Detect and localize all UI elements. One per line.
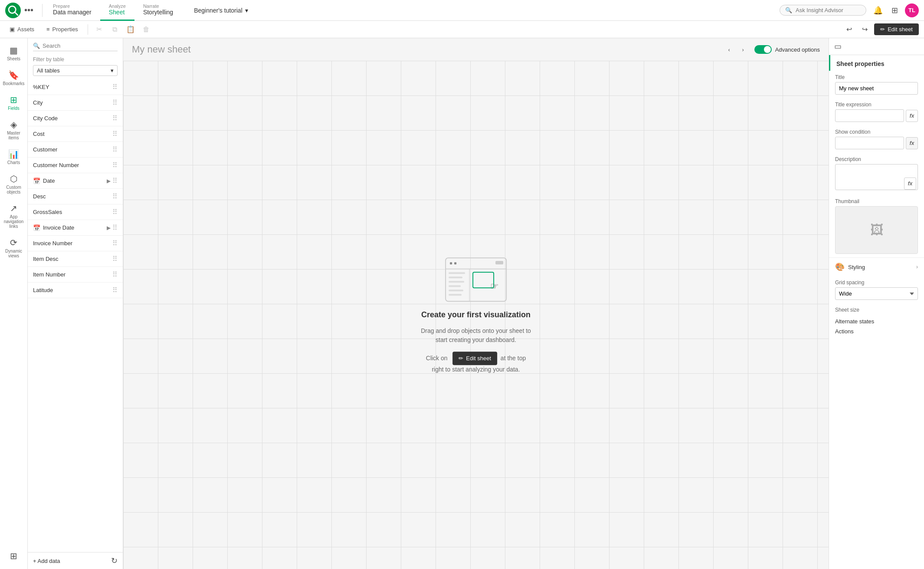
- svg-rect-12: [449, 285, 461, 287]
- styling-row[interactable]: 🎨 Styling ›: [829, 257, 924, 276]
- expand-icon[interactable]: ▶: [107, 225, 111, 231]
- field-item[interactable]: 📅 Date ▶ ⠿: [28, 173, 123, 189]
- drag-handle-icon[interactable]: ⠿: [112, 286, 118, 294]
- placeholder-line3: Click on: [426, 355, 448, 362]
- sidebar-item-dynamic-views[interactable]: ⟳ Dynamic views: [2, 234, 26, 262]
- chevron-right-icon: ›: [916, 264, 918, 270]
- field-item[interactable]: Desc ⠿: [28, 189, 123, 204]
- undo-button[interactable]: ↩: [843, 23, 855, 36]
- redo-button[interactable]: ↪: [858, 23, 871, 36]
- more-options-icon[interactable]: •••: [24, 5, 33, 15]
- notifications-icon[interactable]: 🔔: [872, 4, 885, 17]
- sidebar-item-sheets[interactable]: ▦ Sheets: [2, 42, 26, 65]
- drag-handle-icon[interactable]: ⠿: [112, 114, 118, 122]
- inline-edit-sheet-button[interactable]: ✏ Edit sheet: [452, 352, 497, 365]
- field-item[interactable]: Invoice Number ⠿: [28, 236, 123, 251]
- add-visualization-icon: ⊞: [10, 551, 17, 561]
- copy-button[interactable]: ⧉: [109, 23, 121, 36]
- toggle-switch[interactable]: [754, 45, 772, 54]
- sidebar-item-custom-objects[interactable]: ⬡ Custom objects: [2, 170, 26, 198]
- svg-rect-6: [495, 261, 503, 264]
- sidebar-item-bookmarks[interactable]: 🔖 Bookmarks: [2, 66, 26, 89]
- avatar[interactable]: TL: [905, 3, 919, 17]
- search-input[interactable]: [796, 7, 861, 13]
- fx-button-3[interactable]: fx: [904, 178, 916, 190]
- tab-prepare-label: Prepare: [53, 3, 92, 9]
- field-item[interactable]: 📅 Invoice Date ▶ ⠿: [28, 220, 123, 236]
- drag-handle-icon[interactable]: ⠿: [112, 208, 118, 216]
- advanced-options-toggle[interactable]: Advanced options: [754, 45, 820, 54]
- assets-tab[interactable]: ▣ Assets: [5, 24, 39, 34]
- field-item[interactable]: GrossSales ⠿: [28, 204, 123, 220]
- qlik-logo[interactable]: [5, 3, 21, 18]
- paste-button[interactable]: 📋: [125, 23, 137, 36]
- drag-handle-icon[interactable]: ⠿: [112, 130, 118, 138]
- sidebar-fields-label: Fields: [8, 106, 20, 111]
- refresh-icon[interactable]: ↻: [111, 556, 118, 566]
- tutorial-button[interactable]: Beginner's tutorial ▾: [190, 5, 252, 16]
- thumbnail-box[interactable]: 🖼: [835, 206, 918, 254]
- filter-dropdown[interactable]: All tables ▾: [33, 65, 118, 76]
- fields-search-box[interactable]: 🔍: [33, 43, 118, 51]
- title-input[interactable]: [835, 82, 918, 95]
- sidebar-item-charts[interactable]: 📊 Charts: [2, 145, 26, 168]
- drag-handle-icon[interactable]: ⠿: [112, 224, 118, 232]
- pencil-icon: ✏: [459, 354, 463, 363]
- drag-handle-icon[interactable]: ⠿: [112, 192, 118, 201]
- apps-grid-icon[interactable]: ⊞: [890, 4, 900, 17]
- drag-handle-icon[interactable]: ⠿: [112, 161, 118, 169]
- sidebar-sheets-label: Sheets: [7, 56, 20, 61]
- show-condition-row: fx: [835, 137, 918, 149]
- fx-button-2[interactable]: fx: [906, 137, 918, 149]
- edit-sheet-button[interactable]: ✏ Edit sheet: [874, 23, 919, 35]
- drag-handle-icon[interactable]: ⠿: [112, 239, 118, 247]
- title-expression-input[interactable]: [835, 109, 904, 122]
- drag-handle-icon[interactable]: ⠿: [112, 145, 118, 154]
- right-panel: ▭ Sheet properties Title Title expressio…: [829, 38, 924, 569]
- sidebar-item-master-items[interactable]: ◈ Master items: [2, 116, 26, 144]
- insight-advisor-search[interactable]: 🔍: [780, 5, 866, 16]
- drag-handle-icon[interactable]: ⠿: [112, 255, 118, 263]
- cut-button[interactable]: ✂: [93, 23, 105, 36]
- field-item[interactable]: Item Number ⠿: [28, 267, 123, 283]
- tab-analyze[interactable]: Analyze Sheet: [100, 0, 134, 21]
- drag-handle-icon[interactable]: ⠿: [112, 270, 118, 279]
- field-item[interactable]: City Code ⠿: [28, 111, 123, 126]
- add-data-button[interactable]: + Add data: [33, 558, 60, 564]
- show-condition-label: Show condition: [835, 129, 918, 135]
- field-item[interactable]: Customer ⠿: [28, 142, 123, 158]
- sidebar-item-fields[interactable]: ⊞ Fields: [2, 91, 26, 114]
- chevron-down-icon: ▾: [245, 7, 248, 14]
- field-item[interactable]: Item Desc ⠿: [28, 251, 123, 267]
- field-item[interactable]: %KEY ⠿: [28, 79, 123, 95]
- inline-edit-label: Edit sheet: [466, 354, 491, 363]
- field-item[interactable]: Customer Number ⠿: [28, 158, 123, 173]
- tab-narrate-label: Narrate: [143, 3, 173, 9]
- field-item[interactable]: Latitude ⠿: [28, 283, 123, 298]
- tab-prepare[interactable]: Prepare Data manager: [44, 0, 100, 21]
- tab-narrate-title: Storytelling: [143, 9, 173, 16]
- fx-button[interactable]: fx: [906, 110, 918, 122]
- show-condition-section: Show condition fx: [829, 125, 924, 153]
- fields-search-input[interactable]: [43, 43, 118, 49]
- drag-handle-icon[interactable]: ⠿: [112, 99, 118, 107]
- drag-handle-icon[interactable]: ⠿: [112, 83, 118, 91]
- prev-sheet-button[interactable]: ‹: [723, 43, 735, 56]
- properties-tab[interactable]: ≡ Properties: [42, 24, 82, 34]
- delete-button[interactable]: 🗑: [140, 23, 152, 36]
- sidebar-item-app-nav[interactable]: ↗ App navigation links: [2, 200, 26, 232]
- svg-rect-9: [449, 272, 465, 274]
- dynamic-views-icon: ⟳: [10, 237, 17, 248]
- grid-spacing-select[interactable]: Narrow Medium Wide: [835, 287, 918, 300]
- expand-icon[interactable]: ▶: [107, 178, 111, 184]
- placeholder-description: Drag and drop objects onto your sheet to…: [421, 326, 531, 345]
- next-sheet-button[interactable]: ›: [737, 43, 749, 56]
- field-item[interactable]: Cost ⠿: [28, 126, 123, 142]
- canvas-header: My new sheet ‹ › Advanced options: [123, 38, 829, 59]
- show-condition-input[interactable]: [835, 137, 904, 149]
- grid-spacing-section: Grid spacing Narrow Medium Wide: [829, 276, 924, 303]
- sidebar-item-bottom[interactable]: ⊞: [2, 547, 26, 566]
- tab-narrate[interactable]: Narrate Storytelling: [134, 0, 182, 21]
- drag-handle-icon[interactable]: ⠿: [112, 177, 118, 185]
- field-item[interactable]: City ⠿: [28, 95, 123, 111]
